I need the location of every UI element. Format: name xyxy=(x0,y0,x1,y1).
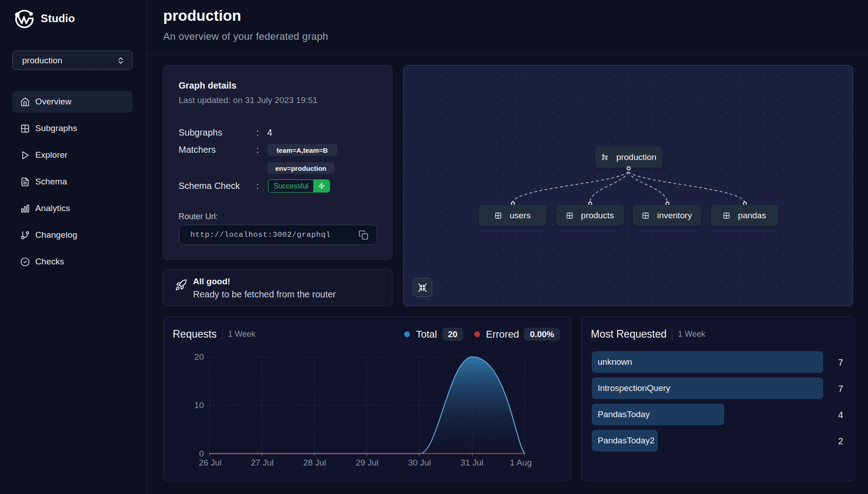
svg-text:1 Aug: 1 Aug xyxy=(510,458,532,467)
svg-text:0: 0 xyxy=(199,449,204,458)
svg-text:30 Jul: 30 Jul xyxy=(408,458,431,467)
svg-text:10: 10 xyxy=(194,400,204,410)
svg-text:29 Jul: 29 Jul xyxy=(356,458,379,467)
svg-text:26 Jul: 26 Jul xyxy=(199,458,222,467)
svg-text:31 Jul: 31 Jul xyxy=(461,458,484,467)
svg-text:28 Jul: 28 Jul xyxy=(303,458,326,467)
svg-text:27 Jul: 27 Jul xyxy=(251,458,274,467)
svg-text:20: 20 xyxy=(194,352,204,362)
